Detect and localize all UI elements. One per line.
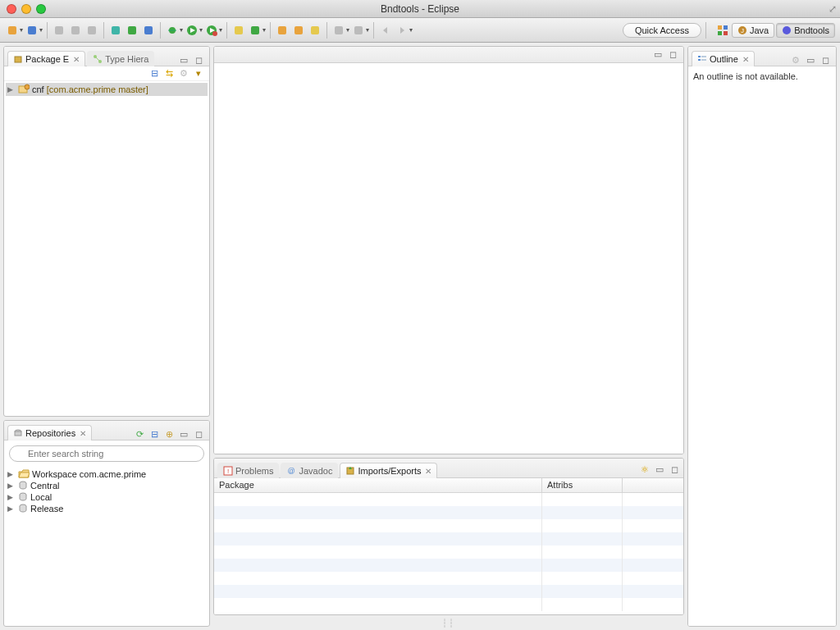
expand-icon[interactable]: ▶: [7, 470, 16, 478]
svg-rect-9: [718, 25, 722, 30]
new-package-button[interactable]: [231, 23, 246, 38]
debug-button[interactable]: [165, 23, 180, 38]
resolve-icon[interactable]: ⚛: [639, 463, 651, 475]
nav-back-button[interactable]: [378, 23, 393, 38]
tab-repositories[interactable]: Repositories ✕: [7, 425, 92, 441]
project-icon: [18, 84, 30, 95]
dropdown-icon[interactable]: ▾: [409, 26, 413, 34]
search-button[interactable]: [308, 23, 322, 38]
maximize-icon[interactable]: ◻: [193, 54, 204, 66]
toggle-mark-button[interactable]: [331, 23, 346, 38]
tab-package-explorer[interactable]: Package E ✕: [7, 51, 85, 66]
view-menu-icon[interactable]: ▾: [193, 68, 204, 80]
hierarchy-icon: [93, 54, 103, 64]
collapse-all-icon[interactable]: ⊟: [148, 68, 160, 80]
open-perspective-button[interactable]: [715, 23, 730, 38]
filter-icon[interactable]: ⚙: [178, 68, 189, 80]
new-component-button[interactable]: [125, 23, 139, 38]
repo-search-input[interactable]: [9, 445, 204, 462]
close-icon[interactable]: ✕: [742, 55, 749, 64]
repositories-tree[interactable]: ▶ Workspace com.acme.prime ▶ Central ▶ L…: [4, 467, 209, 626]
separator: [226, 22, 227, 39]
view-menu-icon[interactable]: ⚙: [790, 54, 801, 66]
package-explorer-tree[interactable]: ▶ cnf [com.acme.prime master]: [4, 81, 209, 416]
perspective-bndtools[interactable]: Bndtools: [776, 23, 835, 38]
nav-forward-button[interactable]: [395, 23, 409, 38]
minimize-icon[interactable]: ▭: [652, 49, 664, 61]
dropdown-icon[interactable]: ▾: [366, 26, 369, 34]
tab-label: Outline: [710, 54, 738, 64]
new-class-button[interactable]: [248, 23, 262, 38]
open-task-button[interactable]: [291, 23, 306, 38]
column-header-package[interactable]: Package: [214, 478, 542, 492]
maximize-icon[interactable]: ◻: [669, 463, 680, 475]
refresh-icon[interactable]: ⟳: [134, 428, 145, 440]
print-button[interactable]: [68, 23, 83, 38]
open-web-button[interactable]: [141, 23, 156, 38]
new-bnd-button[interactable]: [108, 23, 123, 38]
dropdown-icon[interactable]: ▾: [346, 26, 349, 34]
minimize-icon[interactable]: ▭: [178, 54, 189, 66]
tab-problems[interactable]: ! Problems: [217, 463, 279, 478]
dropdown-icon[interactable]: ▾: [39, 26, 43, 34]
expand-icon[interactable]: ▶: [7, 504, 16, 513]
column-header-extra[interactable]: [623, 478, 683, 492]
tab-javadoc[interactable]: @ Javadoc: [281, 463, 338, 478]
close-icon[interactable]: ✕: [73, 55, 80, 64]
column-header-attribs[interactable]: Attribs: [542, 478, 623, 492]
quick-access-button[interactable]: Quick Access: [623, 23, 701, 38]
link-editor-icon[interactable]: ⇆: [163, 68, 175, 80]
dropdown-icon[interactable]: ▾: [180, 26, 183, 34]
perspective-java[interactable]: J Java: [732, 23, 774, 38]
editor-empty: [214, 63, 683, 454]
new-button[interactable]: [5, 23, 20, 38]
dropdown-icon[interactable]: ▾: [20, 26, 23, 34]
dropdown-icon[interactable]: ▾: [219, 26, 222, 34]
tree-item-label: cnf [com.acme.prime master]: [32, 84, 148, 94]
save-button[interactable]: [25, 23, 39, 38]
run-last-button[interactable]: [204, 23, 219, 38]
close-icon[interactable]: ✕: [425, 467, 431, 476]
tab-label: Javadoc: [299, 466, 332, 476]
maximize-icon[interactable]: ◻: [193, 428, 204, 440]
dropdown-icon[interactable]: ▾: [199, 26, 203, 34]
repo-item-local[interactable]: ▶ Local: [6, 491, 208, 503]
table-row: [214, 506, 683, 519]
maximize-icon[interactable]: ◻: [667, 49, 678, 61]
close-icon[interactable]: ✕: [80, 429, 86, 438]
imports-table-body[interactable]: [214, 493, 683, 614]
expand-icon[interactable]: ▶: [7, 85, 16, 94]
tab-type-hierarchy[interactable]: Type Hiera: [87, 51, 154, 66]
svg-text:!: !: [227, 468, 229, 475]
repo-item-label: Central: [30, 481, 59, 491]
tab-imports-exports[interactable]: Imports/Exports ✕: [340, 463, 437, 478]
minimize-icon[interactable]: ▭: [178, 428, 189, 440]
repo-item-central[interactable]: ▶ Central: [6, 480, 208, 491]
build-button[interactable]: [84, 23, 99, 38]
svg-rect-16: [15, 57, 21, 62]
open-type-button[interactable]: [275, 23, 290, 38]
expand-icon[interactable]: ▶: [7, 493, 16, 501]
collapse-all-icon[interactable]: ⊟: [148, 428, 160, 440]
expand-icon[interactable]: ▶: [7, 482, 16, 490]
repo-item-release[interactable]: ▶ Release: [6, 503, 208, 514]
save-all-button[interactable]: [52, 23, 66, 38]
perspective-label: Bndtools: [794, 25, 829, 35]
minimize-icon[interactable]: ▭: [654, 463, 665, 475]
dropdown-icon[interactable]: ▾: [262, 26, 266, 34]
minimize-icon[interactable]: ▭: [805, 54, 816, 66]
bottom-sash[interactable]: ┆┆: [213, 619, 684, 627]
repo-item-workspace[interactable]: ▶ Workspace com.acme.prime: [6, 468, 208, 480]
svg-marker-8: [400, 27, 404, 34]
maximize-icon[interactable]: ◻: [819, 54, 831, 66]
repositories-icon: [13, 428, 23, 438]
run-button[interactable]: [185, 23, 199, 38]
next-annotation-button[interactable]: [351, 23, 366, 38]
svg-rect-11: [718, 31, 722, 35]
right-column: Outline ✕ ⚙ ▭ ◻ An outline is not availa…: [687, 46, 837, 627]
add-repo-icon[interactable]: ⊕: [163, 428, 175, 440]
repo-search: 🔍: [4, 441, 209, 467]
tab-label: Imports/Exports: [358, 466, 421, 476]
tree-item-cnf[interactable]: ▶ cnf [com.acme.prime master]: [6, 83, 208, 96]
tab-outline[interactable]: Outline ✕: [692, 51, 755, 66]
